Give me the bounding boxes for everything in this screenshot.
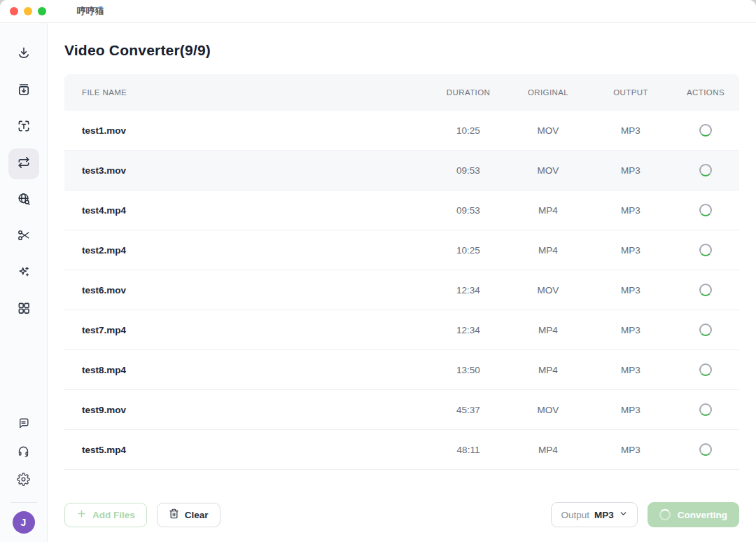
output-label: Output	[561, 510, 589, 520]
progress-ring-icon[interactable]	[699, 284, 712, 296]
batch-download-icon	[17, 83, 31, 99]
sidebar-item-feedback[interactable]	[10, 411, 37, 438]
progress-ring-icon[interactable]	[699, 443, 712, 456]
sidebar-item-settings[interactable]	[10, 467, 37, 494]
progress-ring-icon[interactable]	[699, 204, 712, 216]
avatar[interactable]: J	[13, 511, 35, 534]
zoom-button[interactable]	[38, 7, 46, 15]
original-format-cell: MP4	[507, 205, 589, 216]
original-format-cell: MP4	[507, 245, 589, 256]
sidebar-item-support[interactable]	[10, 439, 37, 466]
output-format-cell: MP3	[589, 165, 672, 176]
actions-cell	[672, 403, 739, 416]
window-title: 哼哼猫	[77, 5, 104, 18]
duration-cell: 12:34	[430, 285, 507, 296]
output-format-cell: MP3	[589, 125, 672, 136]
sidebar-item-batch-download[interactable]	[8, 76, 39, 106]
table-row[interactable]: test3.mov 09:53 MOV MP3	[64, 151, 739, 190]
web-search-icon	[17, 192, 31, 209]
duration-cell: 12:34	[430, 325, 507, 335]
sidebar-item-apps[interactable]	[8, 294, 39, 325]
table-row[interactable]: test6.mov 12:34 MOV MP3	[64, 270, 739, 310]
table-row[interactable]: test8.mp4 13:50 MP4 MP3	[64, 350, 739, 390]
file-name-cell: test5.mp4	[64, 445, 430, 455]
table-body: test1.mov 10:25 MOV MP3 test3.mov 09:53 …	[64, 111, 739, 470]
sidebar: J	[0, 23, 48, 542]
trash-icon	[169, 508, 179, 521]
original-format-cell: MP4	[507, 325, 589, 335]
sidebar-item-download[interactable]	[8, 39, 39, 70]
feedback-icon	[17, 417, 30, 433]
progress-ring-icon[interactable]	[699, 124, 712, 137]
actions-cell	[672, 124, 739, 137]
add-files-button[interactable]: Add Files	[64, 503, 147, 527]
footer-bar: Add Files Clear Output MP3 Converting	[64, 502, 739, 527]
duration-cell: 45:37	[430, 405, 507, 415]
original-format-cell: MOV	[507, 285, 589, 296]
duration-cell: 09:53	[430, 165, 507, 176]
file-name-cell: test2.mp4	[64, 245, 430, 256]
text-capture-icon	[17, 119, 31, 136]
duration-cell: 13:50	[430, 365, 507, 375]
original-format-cell: MOV	[507, 165, 589, 176]
ai-sparkles-icon	[17, 265, 31, 282]
converting-button[interactable]: Converting	[648, 502, 739, 527]
clear-button[interactable]: Clear	[157, 503, 220, 527]
close-button[interactable]	[10, 7, 18, 15]
output-format-cell: MP3	[589, 205, 672, 216]
actions-cell	[672, 164, 739, 176]
output-format-dropdown[interactable]: Output MP3	[551, 502, 637, 527]
duration-cell: 48:11	[430, 445, 507, 455]
traffic-lights	[10, 7, 46, 15]
actions-cell	[672, 284, 739, 296]
sidebar-item-trim[interactable]	[8, 221, 39, 252]
page-title: Video Converter(9/9)	[64, 41, 739, 60]
minimize-button[interactable]	[24, 7, 32, 15]
output-format-cell: MP3	[589, 285, 672, 296]
progress-ring-icon[interactable]	[699, 244, 712, 256]
table-row[interactable]: test1.mov 10:25 MOV MP3	[64, 111, 739, 151]
spinner-icon	[659, 509, 671, 520]
sidebar-item-web-search[interactable]	[8, 185, 39, 216]
output-format-cell: MP3	[589, 365, 672, 375]
progress-ring-icon[interactable]	[699, 403, 712, 416]
file-name-cell: test4.mp4	[64, 205, 430, 216]
original-format-cell: MOV	[507, 405, 589, 415]
sidebar-divider	[10, 502, 37, 503]
file-name-cell: test6.mov	[64, 285, 430, 296]
table-row[interactable]: test4.mp4 09:53 MP4 MP3	[64, 190, 739, 230]
column-header-output: OUTPUT	[589, 88, 672, 97]
progress-ring-icon[interactable]	[699, 363, 712, 376]
convert-icon	[17, 155, 31, 172]
duration-cell: 09:53	[430, 205, 507, 216]
table-row[interactable]: test7.mp4 12:34 MP4 MP3	[64, 310, 739, 350]
sidebar-item-text-capture[interactable]	[8, 112, 39, 143]
column-header-file-name: FILE NAME	[64, 88, 430, 97]
progress-ring-icon[interactable]	[699, 164, 712, 176]
actions-cell	[672, 324, 739, 336]
apps-grid-icon	[17, 301, 31, 318]
download-icon	[17, 46, 31, 63]
chevron-down-icon	[619, 509, 628, 520]
file-name-cell: test9.mov	[64, 405, 430, 415]
actions-cell	[672, 443, 739, 456]
table-header: FILE NAME DURATION ORIGINAL OUTPUT ACTIO…	[64, 74, 739, 111]
output-format-cell: MP3	[589, 405, 672, 415]
trim-scissors-icon	[17, 228, 31, 245]
file-name-cell: test1.mov	[64, 125, 430, 136]
app-window: 哼哼猫	[0, 0, 756, 542]
table-row[interactable]: test9.mov 45:37 MOV MP3	[64, 390, 739, 430]
file-name-cell: test8.mp4	[64, 365, 430, 375]
output-format-cell: MP3	[589, 325, 672, 335]
sidebar-item-convert[interactable]	[8, 148, 39, 179]
settings-gear-icon	[17, 473, 30, 489]
output-format-cell: MP3	[589, 245, 672, 256]
file-name-cell: test3.mov	[64, 165, 430, 176]
sidebar-item-ai-tools[interactable]	[8, 258, 39, 289]
table-row[interactable]: test2.mp4 10:25 MP4 MP3	[64, 230, 739, 270]
actions-cell	[672, 363, 739, 376]
converting-label: Converting	[678, 510, 727, 520]
original-format-cell: MOV	[507, 125, 589, 136]
progress-ring-icon[interactable]	[699, 324, 712, 336]
table-row[interactable]: test5.mp4 48:11 MP4 MP3	[64, 430, 739, 470]
